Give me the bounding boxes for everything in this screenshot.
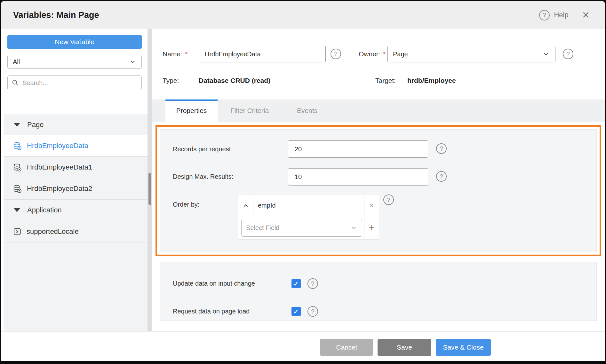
select-field-dropdown[interactable]: Select Field: [241, 219, 362, 237]
tree-section-label: Page: [27, 121, 44, 129]
select-field-placeholder: Select Field: [246, 224, 280, 232]
header-actions: ? Help ✕: [539, 1, 590, 29]
required-asterisk: *: [383, 50, 386, 58]
records-per-request-input[interactable]: [288, 140, 428, 158]
save-button[interactable]: Save: [378, 339, 431, 356]
tree-item-hrdbemployeedata1[interactable]: HrdbEmployeeData1: [4, 157, 148, 178]
variables-sidebar: New Variable All Page: [4, 29, 148, 331]
tree-item-supportedlocale[interactable]: supportedLocale: [4, 221, 148, 242]
variables-dialog: Variables: Main Page ? Help ✕ New Variab…: [1, 1, 605, 361]
help-link[interactable]: Help: [554, 11, 568, 19]
tree-empty-area: [4, 242, 148, 331]
update-data-label: Update data on input change: [173, 279, 255, 288]
add-order-field-icon[interactable]: +: [364, 216, 379, 239]
update-data-checkbox[interactable]: ✓: [291, 279, 301, 288]
tree-item-label: HrdbEmployeeData: [27, 142, 88, 150]
triangle-down-icon: [14, 123, 20, 127]
chevron-down-icon: [350, 224, 357, 231]
sidebar-scrollbar-thumb[interactable]: [148, 173, 151, 205]
chevron-up-icon: [242, 202, 249, 209]
close-icon[interactable]: ✕: [582, 10, 590, 20]
target-value: hrdb/Employee: [407, 74, 456, 87]
order-by-label: Order by:: [173, 200, 199, 209]
name-help-icon[interactable]: ?: [331, 49, 341, 59]
save-and-close-button[interactable]: Save & Close: [436, 339, 491, 356]
tab-events[interactable]: Events: [282, 99, 333, 122]
help-icon[interactable]: ?: [539, 10, 550, 20]
tree-section-label: Application: [27, 206, 62, 214]
database-variable-icon: [13, 142, 22, 150]
tab-properties[interactable]: Properties: [165, 99, 218, 122]
owner-help-icon[interactable]: ?: [563, 49, 573, 59]
sort-direction-button[interactable]: [238, 195, 253, 216]
design-max-results-input[interactable]: [288, 168, 428, 186]
name-input[interactable]: [199, 46, 326, 62]
target-label: Target:: [375, 74, 396, 87]
variable-search: [7, 75, 142, 90]
cancel-button[interactable]: Cancel: [320, 339, 373, 356]
type-label: Type:: [163, 74, 179, 87]
order-by-field-value[interactable]: empId: [253, 195, 364, 216]
dialog-footer: Cancel Save Save & Close: [1, 331, 605, 361]
variable-detail-pane: Name: * ? Owner: * Page ? Type: Database…: [152, 29, 605, 331]
chevron-down-icon: [542, 50, 550, 58]
tree-item-label: HrdbEmployeeData2: [27, 185, 92, 193]
database-variable-icon: [13, 185, 22, 193]
tree-item-label: supportedLocale: [27, 227, 79, 236]
order-by-group: empId ✕ Select Field +: [238, 195, 379, 240]
variable-filter-select[interactable]: All: [7, 55, 142, 69]
triangle-down-icon: [14, 208, 20, 212]
tree-item-hrdbemployeedata2[interactable]: HrdbEmployeeData2: [4, 178, 148, 200]
request-data-label: Request data on page load: [173, 306, 250, 316]
tree-section-application[interactable]: Application: [4, 200, 148, 221]
database-variable-icon: [13, 163, 22, 172]
order-by-row: empId ✕: [238, 195, 379, 216]
owner-label: Owner: *: [359, 46, 386, 62]
update-data-help-icon[interactable]: ?: [307, 278, 318, 289]
sidebar-scrollbar-track: [148, 29, 152, 331]
tree-section-page[interactable]: Page: [4, 114, 148, 135]
tab-filter-criteria[interactable]: Filter Criteria: [218, 99, 282, 122]
add-order-field-row: Select Field +: [238, 216, 379, 239]
variable-icon: [13, 227, 21, 236]
records-per-request-label: Records per request: [173, 144, 231, 154]
dialog-header: Variables: Main Page ? Help ✕: [1, 1, 605, 29]
variable-filter-value: All: [13, 58, 20, 66]
search-icon: [12, 79, 19, 87]
check-icon: ✓: [293, 280, 299, 288]
detail-tabbar: Properties Filter Criteria Events: [152, 99, 605, 122]
required-asterisk: *: [185, 50, 187, 58]
tree-item-label: HrdbEmployeeData1: [27, 163, 92, 171]
dialog-title: Variables: Main Page: [13, 1, 99, 29]
design-help-icon[interactable]: ?: [436, 171, 447, 182]
search-input[interactable]: [22, 79, 138, 87]
request-data-help-icon[interactable]: ?: [307, 306, 318, 317]
owner-value: Page: [393, 51, 408, 58]
dialog-body: New Variable All Page: [1, 29, 605, 361]
design-max-results-label: Design Max. Results:: [173, 172, 233, 181]
name-label: Name: *: [163, 46, 187, 62]
records-help-icon[interactable]: ?: [436, 143, 447, 154]
new-variable-button[interactable]: New Variable: [7, 35, 142, 49]
request-data-checkbox[interactable]: ✓: [291, 307, 301, 316]
remove-order-field-icon[interactable]: ✕: [364, 195, 379, 216]
check-icon: ✓: [293, 308, 299, 315]
tree-item-hrdbemployeedata[interactable]: HrdbEmployeeData: [4, 135, 148, 157]
order-by-help-icon[interactable]: ?: [383, 194, 394, 205]
type-value: Database CRUD (read): [199, 74, 270, 87]
chevron-down-icon: [129, 58, 136, 65]
owner-select[interactable]: Page: [387, 46, 555, 62]
